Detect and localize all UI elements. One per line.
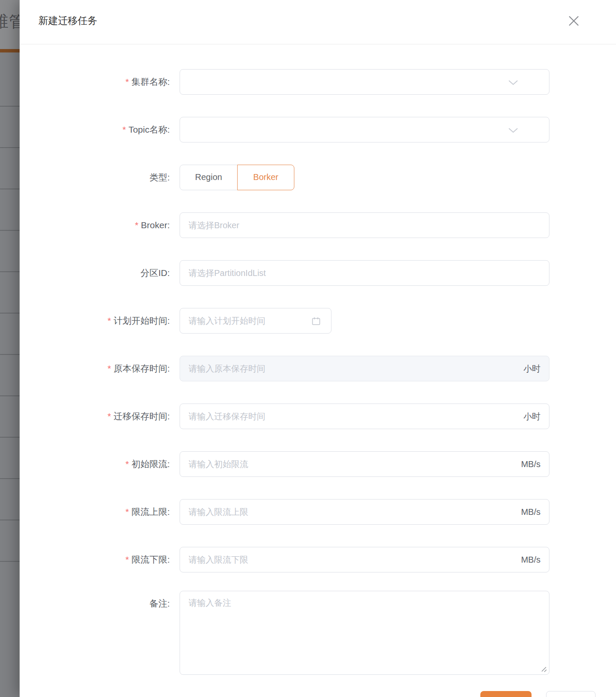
required-asterisk: * [135,220,138,230]
type-option-borker[interactable]: Borker [237,165,294,190]
start-time-row: *计划开始时间: [20,308,616,334]
modal-header: 新建迁移任务 [20,0,616,44]
remark-textarea[interactable] [180,591,549,674]
dimmed-background-page: 维管理 [0,0,20,697]
initial-limit-input[interactable] [180,452,549,476]
topic-name-select[interactable] [180,117,549,142]
upper-limit-input[interactable] [180,500,549,524]
migration-retention-input[interactable] [180,404,549,429]
required-asterisk: * [125,507,129,517]
lower-limit-label: *限流下限: [20,547,170,572]
partition-id-field-wrap [180,260,549,286]
unit-suffix: MB/s [521,452,540,477]
partition-id-row: 分区ID: [20,260,616,286]
type-option-region[interactable]: Region [180,165,238,190]
background-accent-bar [0,49,20,52]
lower-limit-field-wrap: MB/s [180,547,549,572]
migration-retention-label: *迁移保存时间: [20,404,170,429]
cluster-name-select[interactable] [180,69,549,95]
unit-suffix: MB/s [521,547,540,573]
confirm-button[interactable] [480,691,532,697]
original-retention-field-wrap: 小时 [180,356,549,381]
required-asterisk: * [122,125,126,134]
unit-suffix: 小时 [523,356,540,382]
initial-limit-row: *初始限流: MB/s [20,451,616,477]
cluster-name-row: *集群名称: [20,69,616,95]
migration-retention-row: *迁移保存时间: 小时 [20,404,616,429]
initial-limit-field-wrap: MB/s [180,451,549,477]
background-header-text: 维管理 [0,11,20,32]
original-retention-row: *原本保存时间: 小时 [20,356,616,381]
initial-limit-label: *初始限流: [20,451,170,477]
remark-field-wrap [180,591,549,675]
migration-retention-field-wrap: 小时 [180,404,549,429]
chevron-down-icon [508,80,518,85]
upper-limit-label: *限流上限: [20,499,170,525]
broker-input[interactable] [180,213,549,238]
required-asterisk: * [125,77,129,87]
topic-name-label: *Topic名称: [20,117,170,142]
original-retention-label: *原本保存时间: [20,356,170,381]
cancel-button[interactable] [546,691,596,697]
type-row: 类型: Region Borker [20,165,616,190]
start-time-label: *计划开始时间: [20,308,170,334]
unit-suffix: MB/s [521,500,540,525]
resize-handle-icon[interactable] [540,665,548,673]
upper-limit-row: *限流上限: MB/s [20,499,616,525]
modal-title: 新建迁移任务 [38,14,97,27]
broker-field-wrap [180,212,549,238]
background-page-header: 维管理 [0,0,20,49]
partition-id-input[interactable] [180,261,549,285]
chevron-down-icon [508,128,518,133]
partition-id-label: 分区ID: [20,260,170,286]
lower-limit-row: *限流下限: MB/s [20,547,616,572]
broker-row: *Broker: [20,212,616,238]
topic-name-row: *Topic名称: [20,117,616,142]
original-retention-input [180,356,549,381]
required-asterisk: * [108,363,111,373]
new-migration-task-modal: 新建迁移任务 *集群名称: *Topic名称: 类型: Region Borke… [20,0,616,697]
type-label: 类型: [20,165,170,190]
required-asterisk: * [125,555,129,564]
required-asterisk: * [108,316,111,325]
broker-label: *Broker: [20,212,170,238]
start-time-input[interactable] [180,308,331,333]
close-button[interactable] [567,14,581,28]
lower-limit-input[interactable] [180,547,549,572]
upper-limit-field-wrap: MB/s [180,499,549,525]
start-time-field-wrap [180,308,331,334]
background-table-rows [0,65,20,591]
close-icon [567,15,580,27]
cluster-name-label: *集群名称: [20,69,170,95]
calendar-icon[interactable] [311,317,321,326]
remark-label: 备注: [20,591,170,616]
required-asterisk: * [125,459,129,469]
unit-suffix: 小时 [523,404,540,430]
required-asterisk: * [108,411,111,421]
